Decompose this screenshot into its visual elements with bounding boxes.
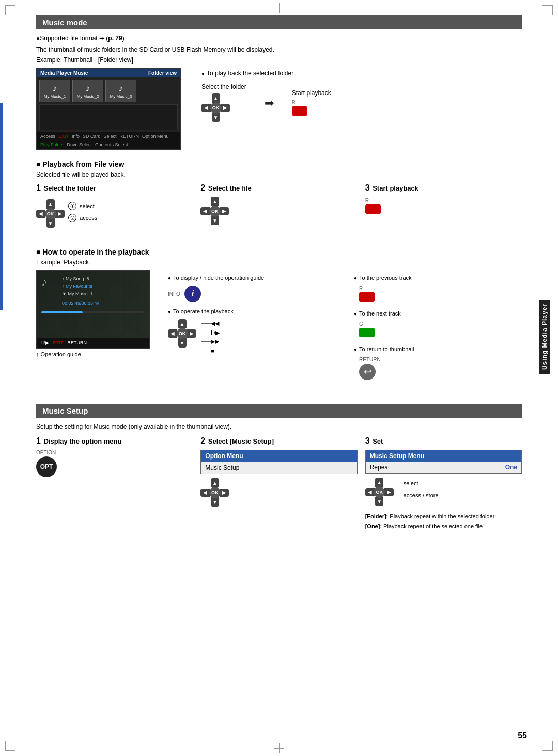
music-step2-col: 2 Select [Music Setup] Option Menu Music… [200,436,357,508]
music-step1-title: 1 Display the option menu [36,436,193,446]
next-green-btn[interactable] [359,328,375,337]
step1-dpad[interactable]: ▲ ▼ ◀ ▶ OK [36,199,65,228]
corner-mark-tl [5,5,16,15]
center-crosshair-bottom [274,743,284,753]
how-to-example: Example: Playback [36,259,522,266]
step1-label: Select the folder [44,184,96,192]
start-playback-label: Start playback [292,89,331,97]
folder-desc-text: Playback repeat within the selected fold… [390,513,494,519]
step3-num: 3 [365,183,370,192]
playback-dpad-ok[interactable]: OK [177,328,188,339]
step2-dpad-right[interactable]: ▶ [220,207,229,215]
playback-dpad-up[interactable]: ▲ [178,319,187,328]
how-to-section: How to operate in the playback Example: … [36,248,522,385]
arrow-right: ➡ [265,97,274,110]
step2-dpad[interactable]: ▲ ▼ ◀ ▶ OK [200,197,229,225]
screen-body: ♪ My Music_1 ♪ My Music_2 ♪ My Music_3 [37,77,180,132]
music-step2-dpad-right[interactable]: ▶ [220,489,229,497]
music-setup-header: Music Setup [36,404,522,418]
music-step3-title: 3 Set [365,436,522,446]
option-button[interactable]: OPT [36,456,57,477]
dpad-right[interactable]: ▶ [221,104,230,112]
supported-format-text: Supported file format [40,35,97,42]
red-button[interactable] [292,106,307,116]
music-mode-header: Music mode [36,15,522,29]
music-step2-dpad-down[interactable]: ▼ [211,497,219,507]
music-step3-dpad-ok[interactable]: OK [374,486,385,498]
one-desc-text: Playback repeat of the selected one file [383,523,483,529]
music-setup-title: Music Setup [42,406,88,415]
return-button[interactable]: ↩ [359,364,376,380]
step2-dpad-up[interactable]: ▲ [211,197,219,206]
music-step3-col: 3 Set Music Setup Menu Repeat One ▲ ▼ ◀ [365,436,522,531]
info-button[interactable]: i [184,286,201,302]
step2-dpad-ok[interactable]: OK [209,206,221,217]
side-accent-bar [0,103,3,310]
music-step1-col: 1 Display the option menu OPTION OPT [36,436,193,477]
music-step3-dpad-wrapper: ▲ ▼ ◀ ▶ OK — select — access / store [365,478,394,508]
playback-dpad[interactable]: ▲ ▼ ◀ ▶ OK [168,319,196,348]
step2-dpad-left[interactable]: ◀ [200,207,210,215]
select-dpad[interactable]: ▲ ▼ ◀ ▶ OK [202,93,230,122]
one-desc-label: [One]: [365,523,382,529]
prev-red-btn[interactable] [359,292,375,302]
step1-dpad-left[interactable]: ◀ [36,210,45,218]
playback-controls-bar: II/▶ EXIT RETURN [37,338,149,348]
step1-dpad-down[interactable]: ▼ [47,218,55,228]
playback-dpad-down[interactable]: ▼ [178,338,187,348]
track-nav-col: To the previous track R To the next trac… [354,270,522,385]
music-step3-dpad-left[interactable]: ◀ [365,488,375,496]
dpad-ok[interactable]: OK [210,102,222,114]
step3-label: Start playback [373,184,419,192]
playback-file-section: Playback from File view Selected file wi… [36,160,522,229]
music-step2-dpad-ok[interactable]: OK [209,487,221,498]
progress-bar [41,311,145,313]
music-step3-dpad-right[interactable]: ▶ [384,488,394,496]
screen-header-right: Folder view [148,70,177,76]
music-mode-desc1: The thumbnail of music folders in the SD… [36,46,522,53]
music-step2-title: 2 Select [Music Setup] [200,436,357,446]
step2-dpad-down[interactable]: ▼ [211,216,219,225]
music-step2-dpad-up[interactable]: ▲ [211,478,219,487]
step3-col: 3 Start playback R [365,183,522,215]
operation-guide-col: To display / hide the operation guide IN… [160,270,344,355]
dpad-up[interactable]: ▲ [212,93,220,103]
prev-r-label: R [359,286,522,291]
option-label: OPTION [36,450,193,455]
playback-body: ♪ ♪ My Song_8 ♪ My Favourite [37,271,149,338]
return-label: RETURN [359,357,522,363]
select-folder-block: Select the folder ▲ ▼ ◀ ▶ OK [202,83,246,123]
step1-dpad-right[interactable]: ▶ [55,210,65,218]
option-menu-table: Option Menu Music Setup [200,450,357,474]
folder-name-3: My Music_3 [108,94,134,99]
dpad-down[interactable]: ▼ [212,113,220,122]
dpad-left[interactable]: ◀ [202,104,211,112]
option-menu-item: Music Setup [201,462,357,474]
music-step2-dpad-left[interactable]: ◀ [200,489,210,497]
step1-dpad-up[interactable]: ▲ [47,199,55,209]
option-btn-wrapper: OPTION OPT [36,450,193,477]
playback-dpad-right[interactable]: ▶ [187,329,196,338]
select-folder-label: Select the folder [202,83,246,90]
step1-dpad-ok[interactable]: OK [45,208,56,219]
screen-header-left: Media Player Music [40,70,88,76]
playback-file-title: Playback from File view [36,160,522,168]
how-to-title: How to operate in the playback [36,248,522,256]
music-step3-dpad-down[interactable]: ▼ [375,497,383,506]
step3-red-btn[interactable] [365,204,381,214]
start-playback-block: Start playback R [292,89,331,117]
op-operate-label: To operate the playback [168,306,336,317]
circle-1: ① [68,202,76,210]
section-divider-2 [36,396,522,396]
step1-num: 1 [36,183,41,192]
music-step2-dpad[interactable]: ▲ ▼ ◀ ▶ OK [200,478,229,507]
step2-label: Select the file [208,184,252,192]
info-btn-row: INFO i [168,286,336,302]
step1-select-label: ① select [68,202,95,210]
playback-screen-col: ♪ ♪ My Song_8 ♪ My Favourite [36,270,150,357]
playback-dpad-left[interactable]: ◀ [168,329,177,338]
music-step3-dpad-up[interactable]: ▲ [375,478,383,487]
music-step3-dpad[interactable]: ▲ ▼ ◀ ▶ OK [365,478,394,506]
progress-fill [41,311,83,313]
page-ref: p. 79 [108,35,122,42]
